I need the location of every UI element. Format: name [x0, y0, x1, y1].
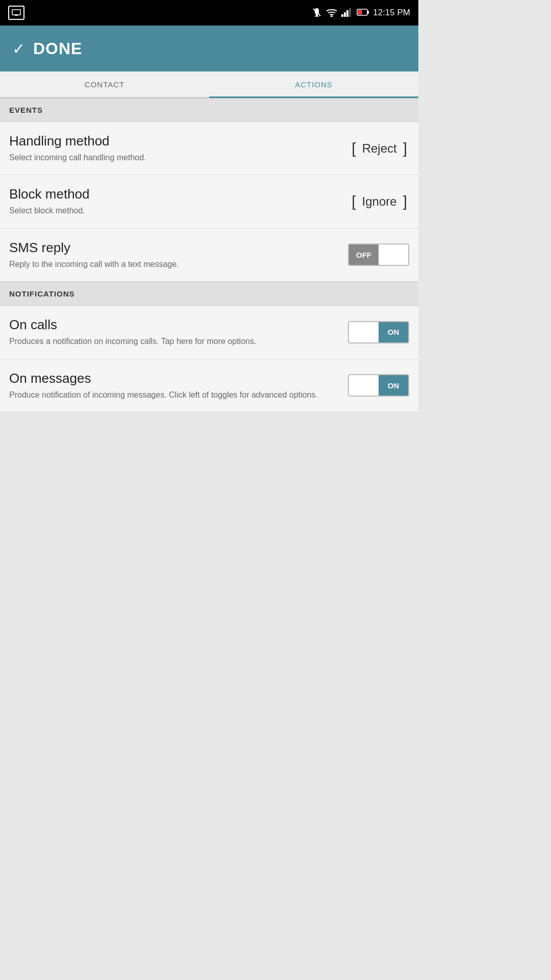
- section-header-notifications: NOTIFICATIONS: [0, 282, 418, 306]
- svg-rect-4: [315, 16, 319, 17]
- svg-rect-11: [367, 11, 369, 14]
- done-checkmark: ✓: [12, 40, 25, 58]
- svg-rect-3: [316, 14, 318, 16]
- setting-desc-sms-reply: Reply to the incoming call with a text m…: [9, 259, 340, 270]
- svg-rect-1: [15, 15, 18, 16]
- setting-row-sms-reply[interactable]: SMS reply Reply to the incoming call wit…: [0, 229, 418, 282]
- svg-rect-8: [346, 10, 348, 17]
- setting-title-on-messages: On messages: [9, 371, 340, 386]
- status-bar-left: [8, 6, 24, 20]
- setting-title-on-calls: On calls: [9, 317, 340, 333]
- screen-icon: [8, 6, 24, 20]
- handling-method-value[interactable]: [ Reject ]: [349, 140, 409, 157]
- mute-icon: [312, 7, 322, 19]
- setting-desc-on-calls: Produces a notification on incoming call…: [9, 336, 340, 347]
- tab-actions[interactable]: ACTIONS: [209, 71, 418, 97]
- bracket-close-handling: ]: [401, 140, 409, 157]
- svg-rect-7: [344, 12, 346, 17]
- setting-row-on-messages[interactable]: On messages Produce notification of inco…: [0, 359, 418, 412]
- signal-icon: [341, 8, 353, 18]
- setting-info-handling-method: Handling method Select incoming call han…: [9, 133, 349, 163]
- on-messages-toggle-right: ON: [379, 375, 408, 396]
- on-calls-toggle-right: ON: [379, 322, 408, 342]
- on-calls-toggle-container[interactable]: ON: [348, 321, 409, 344]
- setting-row-block-method[interactable]: Block method Select block method. [ Igno…: [0, 175, 418, 228]
- on-calls-toggle[interactable]: ON: [348, 321, 409, 344]
- block-method-value[interactable]: [ Ignore ]: [349, 193, 409, 210]
- setting-row-handling-method[interactable]: Handling method Select incoming call han…: [0, 122, 418, 175]
- done-label: DONE: [33, 39, 82, 58]
- status-time: 12:15 PM: [373, 8, 410, 18]
- setting-info-on-messages: On messages Produce notification of inco…: [9, 371, 348, 401]
- svg-rect-6: [341, 14, 343, 17]
- svg-point-5: [331, 15, 332, 16]
- wifi-icon: [326, 8, 337, 18]
- handling-method-text: Reject: [358, 141, 401, 156]
- setting-title-sms-reply: SMS reply: [9, 240, 340, 256]
- battery-icon: [357, 8, 369, 18]
- status-bar: 12:15 PM: [0, 0, 418, 26]
- setting-title-block-method: Block method: [9, 186, 341, 202]
- sms-reply-toggle-container[interactable]: OFF: [348, 243, 409, 266]
- on-messages-toggle[interactable]: ON: [348, 374, 409, 397]
- svg-rect-0: [12, 10, 20, 15]
- svg-rect-9: [349, 8, 351, 17]
- tab-contact[interactable]: CONTACT: [0, 71, 209, 97]
- setting-info-block-method: Block method Select block method.: [9, 186, 349, 216]
- setting-desc-handling-method: Select incoming call handling method.: [9, 152, 341, 163]
- setting-row-on-calls[interactable]: On calls Produces a notification on inco…: [0, 306, 418, 359]
- bracket-open-block: [: [349, 193, 358, 210]
- bracket-open-handling: [: [349, 140, 358, 157]
- section-header-events: EVENTS: [0, 98, 418, 122]
- on-calls-toggle-left: [349, 322, 379, 342]
- top-bar[interactable]: ✓ DONE: [0, 26, 418, 71]
- block-method-text: Ignore: [358, 194, 401, 209]
- setting-desc-block-method: Select block method.: [9, 205, 341, 216]
- on-messages-toggle-left: [349, 375, 379, 396]
- sms-reply-toggle-on-space: [379, 244, 408, 265]
- status-bar-right: 12:15 PM: [312, 7, 410, 19]
- tabs: CONTACT ACTIONS: [0, 71, 418, 98]
- setting-info-sms-reply: SMS reply Reply to the incoming call wit…: [9, 240, 348, 270]
- sms-reply-toggle-off-label: OFF: [349, 244, 379, 265]
- sms-reply-toggle[interactable]: OFF: [348, 243, 409, 266]
- on-messages-toggle-container[interactable]: ON: [348, 374, 409, 397]
- setting-info-on-calls: On calls Produces a notification on inco…: [9, 317, 348, 347]
- bracket-close-block: ]: [401, 193, 409, 210]
- setting-title-handling-method: Handling method: [9, 133, 341, 149]
- svg-rect-12: [358, 10, 362, 14]
- setting-desc-on-messages: Produce notification of incoming message…: [9, 389, 340, 401]
